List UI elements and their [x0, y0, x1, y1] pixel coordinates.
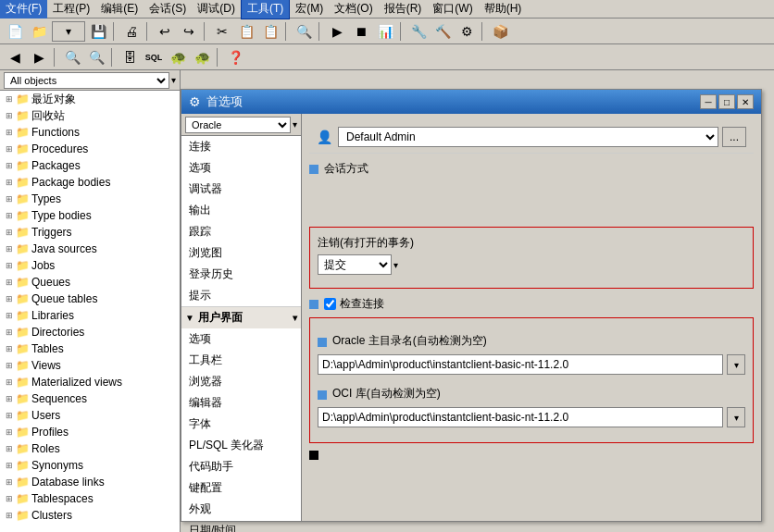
new-btn[interactable]: 📄	[4, 21, 26, 42]
forward-btn[interactable]: ▶	[28, 47, 50, 68]
panel-item-hints[interactable]: 提示	[181, 285, 301, 306]
sidebar-item-roles[interactable]: ⊞ 📁 Roles	[0, 440, 180, 457]
expand-icon-db-links[interactable]: ⊞	[4, 477, 15, 487]
panel-item-font[interactable]: 字体	[181, 414, 301, 435]
panel-item-plsql[interactable]: PL/SQL 美化器	[181, 435, 301, 456]
sidebar-item-procedures[interactable]: ⊞ 📁 Procedures	[0, 141, 180, 157]
dialog-close-btn[interactable]: ✕	[737, 94, 754, 109]
panel-item-trace[interactable]: 跟踪	[181, 221, 301, 242]
menu-doc[interactable]: 文档(O)	[329, 0, 378, 19]
panel-item-ui-options[interactable]: 选项	[181, 328, 301, 350]
menu-report[interactable]: 报告(R)	[379, 0, 428, 19]
sidebar-item-tables[interactable]: ⊞ 📁 Tables	[0, 340, 180, 357]
sidebar-item-mat-views[interactable]: ⊞ 📁 Materialized views	[0, 374, 180, 390]
sidebar-item-triggers[interactable]: ⊞ 📁 Triggers	[0, 224, 180, 241]
chart-btn[interactable]: 📊	[374, 21, 396, 42]
copy-btn[interactable]: 📋	[235, 21, 257, 42]
commit-select[interactable]: 提交 回滚 询问	[318, 254, 392, 275]
expand-icon-packages[interactable]: ⊞	[4, 161, 15, 170]
expand-icon-type-bodies[interactable]: ⊞	[4, 211, 15, 220]
expand-icon-queues[interactable]: ⊞	[4, 278, 15, 287]
sidebar-item-users[interactable]: ⊞ 📁 Users	[0, 407, 180, 424]
panel-item-browser[interactable]: 浏览图	[181, 242, 301, 264]
menu-file[interactable]: 文件(F)	[0, 0, 47, 19]
profile-dropdown[interactable]: Default Admin	[338, 127, 718, 147]
menu-project[interactable]: 工程(P)	[47, 0, 95, 19]
expand-icon-tables[interactable]: ⊞	[4, 344, 15, 353]
expand-icon-views[interactable]: ⊞	[4, 361, 15, 370]
panel-item-connect[interactable]: 连接	[181, 136, 301, 157]
panel-item-editor[interactable]: 编辑器	[181, 392, 301, 414]
sidebar-item-views[interactable]: ⊞ 📁 Views	[0, 357, 180, 374]
sidebar-item-package-bodies[interactable]: ⊞ 📁 Package bodies	[0, 174, 180, 191]
db-btn[interactable]: 🗄	[119, 47, 141, 68]
sidebar-item-queues[interactable]: ⊞ 📁 Queues	[0, 274, 180, 291]
open-dropdown[interactable]: ▾	[52, 21, 85, 42]
open-btn[interactable]: 📁	[28, 21, 50, 42]
menu-window[interactable]: 窗口(W)	[427, 0, 478, 19]
panel-item-debugger[interactable]: 调试器	[181, 179, 301, 200]
sidebar-item-directories[interactable]: ⊞ 📁 Directories	[0, 324, 180, 340]
stop-btn[interactable]: ⏹	[350, 21, 372, 42]
expand-icon-triggers[interactable]: ⊞	[4, 228, 15, 237]
sidebar-item-db-links[interactable]: ⊞ 📁 Database links	[0, 474, 180, 490]
turtle-btn[interactable]: 🐢	[191, 47, 213, 68]
back-btn[interactable]: ◀	[4, 47, 26, 68]
expand-icon-roles[interactable]: ⊞	[4, 444, 15, 453]
sidebar-item-functions[interactable]: ⊞ 📁 Functions	[0, 124, 180, 141]
menu-debug[interactable]: 调试(D)	[192, 0, 241, 19]
expand-icon-jobs[interactable]: ⊞	[4, 261, 15, 270]
menu-session[interactable]: 会话(S)	[144, 0, 192, 19]
menu-help[interactable]: 帮助(H)	[479, 0, 528, 19]
expand-icon-functions[interactable]: ⊞	[4, 128, 15, 137]
tool-btn3[interactable]: ⚙	[456, 21, 478, 42]
panel-item-browser-ui[interactable]: 浏览器	[181, 371, 301, 392]
sidebar-item-jobs[interactable]: ⊞ 📁 Jobs	[0, 257, 180, 274]
menu-tools[interactable]: 工具(T)	[241, 0, 290, 19]
sidebar-item-recent[interactable]: ⊞ 📁 最近对象	[0, 91, 180, 107]
dialog-minimize-btn[interactable]: ─	[700, 94, 717, 109]
run-btn[interactable]: ▶	[326, 21, 348, 42]
expand-icon-package-bodies[interactable]: ⊞	[4, 178, 15, 187]
search-btn[interactable]: 🔍	[293, 21, 315, 42]
sidebar-item-libraries[interactable]: ⊞ 📁 Libraries	[0, 307, 180, 324]
expand-icon-profiles[interactable]: ⊞	[4, 427, 15, 437]
expand-icon-sequences[interactable]: ⊞	[4, 394, 15, 403]
panel-item-appearance[interactable]: 外观	[181, 499, 301, 520]
profile-more-btn[interactable]: ...	[722, 127, 746, 147]
tool-btn2[interactable]: 🔨	[431, 21, 454, 42]
expand-icon-types[interactable]: ⊞	[4, 194, 15, 204]
find-btn[interactable]: 🔍	[61, 47, 83, 68]
tool-btn1[interactable]: 🔧	[407, 21, 430, 42]
sidebar-item-types[interactable]: ⊞ 📁 Types	[0, 191, 180, 207]
panel-item-key-config[interactable]: 键配置	[181, 477, 301, 499]
sql-btn[interactable]: SQL	[143, 47, 165, 68]
expand-icon-mat-views[interactable]: ⊞	[4, 377, 15, 387]
expand-icon-recycle[interactable]: ⊞	[4, 111, 15, 120]
expand-icon-java-sources[interactable]: ⊞	[4, 244, 15, 254]
cut-btn[interactable]: ✂	[211, 21, 233, 42]
expand-icon-recent[interactable]: ⊞	[4, 94, 15, 104]
more-btn[interactable]: 📦	[489, 21, 511, 42]
panel-item-output[interactable]: 输出	[181, 200, 301, 221]
expand-icon-tablespaces[interactable]: ⊞	[4, 494, 15, 503]
redo-btn[interactable]: ↪	[178, 21, 200, 42]
oci-lib-dropdown-btn[interactable]: ▾	[727, 407, 745, 427]
sidebar-item-clusters[interactable]: ⊞ 📁 Clusters	[0, 507, 180, 524]
panel-item-toolbar[interactable]: 工具栏	[181, 350, 301, 371]
paste-btn[interactable]: 📋	[259, 21, 281, 42]
dialog-restore-btn[interactable]: □	[718, 94, 735, 109]
sidebar-item-type-bodies[interactable]: ⊞ 📁 Type bodies	[0, 207, 180, 224]
sidebar-item-recycle[interactable]: ⊞ 📁 回收站	[0, 107, 180, 124]
menu-macro[interactable]: 宏(M)	[290, 0, 329, 19]
panel-item-options[interactable]: 选项	[181, 157, 301, 179]
sidebar-item-tablespaces[interactable]: ⊞ 📁 Tablespaces	[0, 490, 180, 507]
save-btn[interactable]: 💾	[87, 21, 109, 42]
sidebar-item-profiles[interactable]: ⊞ 📁 Profiles	[0, 424, 180, 440]
panel-item-code-helper[interactable]: 代码助手	[181, 456, 301, 477]
panel-item-datetime[interactable]: 日期/时间	[181, 520, 301, 532]
oracle-home-input[interactable]	[318, 354, 723, 375]
panel-item-login-history[interactable]: 登录历史	[181, 264, 301, 285]
expand-icon-clusters[interactable]: ⊞	[4, 511, 15, 520]
sidebar-item-sequences[interactable]: ⊞ 📁 Sequences	[0, 390, 180, 407]
